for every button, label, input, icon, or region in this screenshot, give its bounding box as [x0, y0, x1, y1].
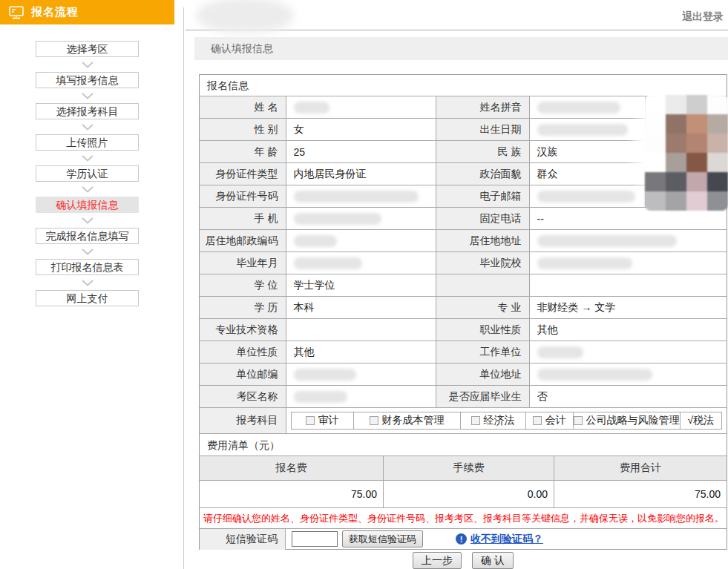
- field-label: 性 别: [200, 119, 286, 141]
- photo-pixel: [707, 134, 728, 153]
- field-value: [529, 274, 727, 297]
- subject-label: 经济法: [484, 414, 515, 427]
- field-value: 女: [286, 119, 436, 141]
- table-row: 考区名称是否应届毕业生否: [200, 386, 727, 408]
- process-step-3[interactable]: 选择报考科目: [36, 103, 139, 119]
- field-label: 居住地地址: [436, 230, 529, 252]
- photo-pixel: [707, 153, 728, 172]
- sidebar-title: 报名流程: [31, 5, 79, 19]
- process-step-8[interactable]: 打印报名信息表: [36, 259, 139, 275]
- sms-code-label: 短信验证码: [200, 529, 286, 550]
- fee-column-header: 费用合计: [554, 456, 727, 480]
- photo-pixel: [666, 153, 686, 172]
- table-row: 居住地邮政编码居住地地址: [200, 230, 727, 252]
- process-step-4[interactable]: 上传照片: [36, 134, 139, 151]
- redacted-value: [294, 369, 356, 381]
- photo-pixel: [707, 172, 728, 191]
- field-label: 政治面貌: [436, 163, 529, 185]
- checkbox-icon[interactable]: [306, 416, 315, 425]
- process-step-7[interactable]: 完成报名信息填写: [36, 228, 139, 244]
- subject-option: 审计: [292, 412, 353, 429]
- redacted-value: [537, 191, 635, 203]
- redacted-value: [537, 235, 677, 247]
- action-buttons: 上一步 确 认: [199, 552, 727, 569]
- field-label: 专业技术资格: [200, 319, 286, 341]
- redacted-value: [537, 124, 628, 136]
- chevron-down-icon: [82, 213, 94, 228]
- photo-pixel: [645, 114, 666, 134]
- fee-value: 75.00: [200, 481, 383, 507]
- info-exclamation-icon: !: [456, 533, 467, 545]
- sidebar-header: 报名流程: [0, 0, 174, 24]
- process-step-6[interactable]: 确认填报信息: [36, 197, 139, 213]
- field-label: [436, 274, 529, 297]
- checkbox-icon[interactable]: [471, 416, 480, 425]
- confirm-button[interactable]: 确 认: [472, 552, 514, 569]
- redacted-username: [196, 0, 294, 33]
- sms-help-link[interactable]: 收不到验证码？: [470, 533, 543, 546]
- process-step-1[interactable]: 选择考区: [36, 41, 139, 57]
- field-value: [529, 341, 727, 364]
- field-value: [286, 185, 436, 208]
- photo-pixel: [707, 114, 728, 134]
- subject-label: 会计: [545, 414, 566, 427]
- photo-pixel: [666, 95, 686, 114]
- chevron-down-icon: [82, 57, 94, 72]
- subject-label: √税法: [687, 414, 714, 427]
- field-label: 居住地邮政编码: [200, 230, 286, 252]
- subjects-list: 审计财务成本管理经济法会计公司战略与风险管理√税法: [291, 412, 723, 430]
- fee-header-row: 报名费手续费费用合计: [200, 455, 727, 481]
- logout-link[interactable]: 退出登录: [682, 10, 724, 24]
- field-label: 出生日期: [436, 119, 529, 141]
- chevron-down-icon: [82, 275, 94, 290]
- field-value: [286, 386, 436, 408]
- subject-label: 审计: [318, 414, 339, 427]
- subject-option: 会计: [525, 412, 573, 429]
- photo-pixel: [666, 191, 686, 211]
- process-steps: 选择考区填写报考信息选择报考科目上传照片学历认证确认填报信息完成报名信息填写打印…: [0, 24, 174, 306]
- field-label: 毕业院校: [436, 252, 529, 274]
- field-value: 本科: [286, 297, 436, 319]
- table-row: 毕业年月毕业院校: [200, 252, 727, 274]
- redacted-value: [537, 102, 620, 114]
- get-sms-code-button[interactable]: 获取短信验证码: [342, 530, 423, 547]
- checkbox-icon[interactable]: [574, 416, 583, 425]
- sms-code-input[interactable]: [292, 531, 338, 547]
- field-value: [286, 252, 436, 274]
- field-label: 身份证件类型: [200, 163, 286, 185]
- main-left-divider: [183, 7, 184, 569]
- fee-column-header: 报名费: [200, 456, 383, 480]
- field-value: [286, 96, 436, 119]
- table-row: 学 历本科专 业非财经类 → 文学: [200, 297, 727, 319]
- field-value: 学士学位: [286, 274, 436, 297]
- photo-pixel: [686, 134, 707, 153]
- subject-option: √税法: [680, 412, 722, 429]
- photo-pixel: [666, 172, 686, 191]
- field-label: 姓 名: [200, 96, 286, 119]
- photo-pixel: [686, 153, 707, 172]
- process-step-2[interactable]: 填写报考信息: [36, 72, 139, 88]
- photo-pixel: [666, 134, 686, 153]
- photo-pixel: [645, 95, 666, 114]
- field-label: 是否应届毕业生: [436, 386, 529, 408]
- checkbox-icon[interactable]: [533, 416, 542, 425]
- process-step-5[interactable]: 学历认证: [36, 165, 139, 182]
- fee-section-title: 费用清单（元）: [200, 433, 727, 455]
- field-label: 固定电话: [436, 208, 529, 230]
- photo-pixel: [707, 95, 728, 114]
- field-value: [286, 208, 436, 230]
- page-title: 确认填报信息: [194, 37, 728, 60]
- subject-label: 公司战略与风险管理: [586, 414, 680, 427]
- table-row: 学 位学士学位: [200, 274, 727, 297]
- field-label: 单位性质: [200, 341, 286, 364]
- registration-confirm-page: 报名流程 选择考区填写报考信息选择报考科目上传照片学历认证确认填报信息完成报名信…: [0, 0, 728, 569]
- sidebar: 报名流程 选择考区填写报考信息选择报考科目上传照片学历认证确认填报信息完成报名信…: [0, 0, 174, 569]
- previous-step-button[interactable]: 上一步: [413, 552, 462, 569]
- field-label: 民 族: [436, 141, 529, 163]
- field-label: 身份证件号码: [200, 185, 286, 208]
- process-step-9[interactable]: 网上支付: [36, 290, 139, 306]
- checkbox-icon[interactable]: [370, 416, 378, 425]
- fee-column-header: 手续费: [383, 456, 554, 480]
- photo-pixel: [686, 95, 707, 114]
- photo-pixel: [645, 134, 666, 153]
